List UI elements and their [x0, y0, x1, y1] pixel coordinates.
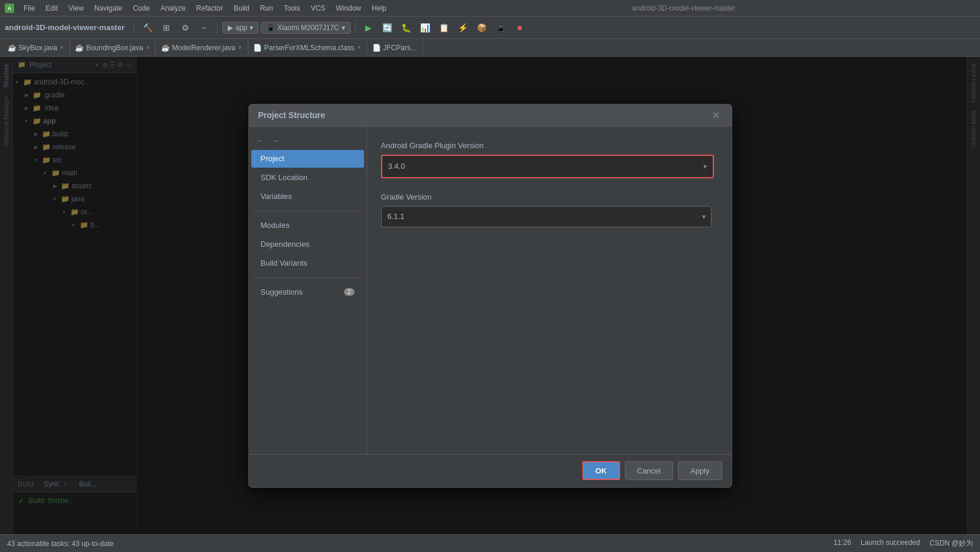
menu-analyze[interactable]: Analyze: [156, 3, 191, 14]
tab-boundingbox-close[interactable]: ×: [146, 44, 150, 51]
status-right: 11:26 Launch succeeded CSDN @妙为: [834, 538, 973, 548]
tab-skybox-label: SkyBox.java: [18, 44, 57, 52]
menu-view[interactable]: View: [64, 3, 89, 14]
dialog-sidebar: ← → Project SDK Location Variables: [249, 127, 367, 454]
run-config-selector[interactable]: ▶ app ▾: [222, 22, 258, 34]
jfcpars-file-icon: 📄: [373, 44, 380, 51]
device-label: Xiaomi M2007J17C: [277, 24, 339, 32]
tab-modelrenderer-label: ModelRenderer.java: [172, 44, 235, 52]
dialog-sidebar-variables-label: Variables: [261, 192, 292, 201]
dialog-sidebar-build-variants[interactable]: Build Variants: [251, 254, 364, 272]
ok-button[interactable]: OK: [582, 461, 620, 480]
status-time: 11:26: [834, 538, 851, 548]
dialog-forward-button[interactable]: →: [269, 134, 282, 147]
dialog-title: Project Structure: [258, 110, 710, 120]
suggestions-badge: 2: [344, 288, 355, 296]
dialog-sidebar-build-variants-label: Build Variants: [261, 259, 307, 267]
plugin-version-select-wrapper: 3.4.0 4.0.0 4.1.0 7.0.0 ▾: [381, 155, 714, 178]
menu-refactor[interactable]: Refactor: [192, 3, 228, 14]
toolbar-settings-btn[interactable]: ⚙: [177, 19, 194, 36]
rebuild-btn[interactable]: 🔄: [379, 19, 396, 36]
toolbar-separator-3: [355, 21, 356, 34]
status-message: Launch succeeded: [861, 538, 920, 548]
menu-tools[interactable]: Tools: [279, 3, 305, 14]
toolbar-hammer-btn[interactable]: 🔨: [139, 19, 156, 36]
project-structure-dialog: Project Structure ✕ ← → Project: [248, 104, 732, 488]
toolbar-layout-btn[interactable]: ⊞: [158, 19, 175, 36]
toolbar: android-3D-model-viewer-master 🔨 ⊞ ⚙ − ▶…: [0, 17, 980, 39]
dialog-sidebar-dependencies[interactable]: Dependencies: [251, 236, 364, 253]
menu-bar: A File Edit View Navigate Code Analyze R…: [0, 0, 980, 17]
project-name-label: android-3D-model-viewer-master: [5, 23, 124, 32]
apply-button[interactable]: Apply: [678, 461, 722, 480]
tab-modelrenderer[interactable]: ☕ ModelRenderer.java ×: [156, 40, 248, 56]
modelrenderer-file-icon: ☕: [162, 44, 169, 51]
tab-boundingbox[interactable]: ☕ BoundingBox.java ×: [70, 40, 156, 56]
dialog-title-bar: Project Structure ✕: [249, 104, 732, 127]
tab-jfcpars-label: JFCPars...: [383, 44, 417, 52]
dialog-back-button[interactable]: ←: [254, 134, 267, 147]
dialog-sidebar-suggestions[interactable]: Suggestions 2: [251, 283, 364, 301]
menu-help[interactable]: Help: [367, 3, 391, 14]
dialog-body: ← → Project SDK Location Variables: [249, 127, 732, 454]
dialog-sidebar-project[interactable]: Project: [251, 150, 364, 168]
gradle-version-label: Gradle Version: [381, 192, 717, 201]
apply-changes-btn[interactable]: ⚡: [455, 19, 471, 36]
run-btn[interactable]: ▶: [360, 19, 377, 36]
menu-file[interactable]: File: [19, 3, 40, 14]
tab-skybox[interactable]: ☕ SkyBox.java ×: [2, 40, 70, 56]
dialog-sidebar-modules-label: Modules: [261, 221, 290, 230]
gradle-version-select-wrapper: 6.1.1 6.5 7.0.2 7.2 ▾: [381, 206, 712, 227]
status-bar: 43 actionable tasks: 43 up-to-date 11:26…: [0, 534, 980, 552]
dialog-sidebar-sdk[interactable]: SDK Location: [251, 169, 364, 187]
menu-window[interactable]: Window: [331, 3, 366, 14]
menu-code[interactable]: Code: [128, 3, 155, 14]
tab-parserforxml[interactable]: 📄 ParserForXMLSchema.class ×: [248, 40, 368, 56]
run-config-icon: ▶: [228, 24, 233, 32]
dialog-sidebar-variables[interactable]: Variables: [251, 188, 364, 205]
parserforxml-file-icon: 📄: [254, 44, 261, 51]
menu-build[interactable]: Build: [229, 3, 254, 14]
dialog-sidebar-modules[interactable]: Modules: [251, 217, 364, 234]
dialog-close-button[interactable]: ✕: [710, 109, 722, 121]
dialog-sidebar-project-label: Project: [261, 154, 284, 163]
boundingbox-file-icon: ☕: [76, 44, 83, 51]
device-icon: 📱: [266, 24, 275, 32]
stop-btn[interactable]: ■: [512, 19, 528, 36]
sidebar-divider-2: [254, 277, 362, 278]
app-icon: A: [5, 4, 14, 13]
dialog-footer: OK Cancel Apply: [249, 454, 732, 487]
toolbar-separator-1: [134, 21, 135, 34]
tab-parserforxml-close[interactable]: ×: [357, 44, 360, 51]
menu-navigate[interactable]: Navigate: [90, 3, 127, 14]
avd-manager-btn[interactable]: 📱: [493, 19, 509, 36]
gradle-version-group: Gradle Version 6.1.1 6.5 7.0.2 7.2 ▾: [381, 192, 717, 227]
tab-jfcpars[interactable]: 📄 JFCPars...: [367, 40, 423, 56]
menu-vcs[interactable]: VCS: [306, 3, 330, 14]
coverage-btn[interactable]: 📋: [436, 19, 453, 36]
menu-edit[interactable]: Edit: [41, 3, 63, 14]
tab-skybox-close[interactable]: ×: [60, 44, 64, 51]
gradle-version-select[interactable]: 6.1.1 6.5 7.0.2 7.2: [381, 206, 712, 227]
run-config-label: app: [235, 24, 247, 32]
sdk-manager-btn[interactable]: 📦: [474, 19, 490, 36]
plugin-version-group: Android Gradle Plugin Version 3.4.0 4.0.…: [381, 141, 717, 178]
modal-overlay: Project Structure ✕ ← → Project: [0, 57, 980, 534]
profile-btn[interactable]: 📊: [417, 19, 434, 36]
tab-boundingbox-label: BoundingBox.java: [86, 44, 143, 52]
attach-debugger-btn[interactable]: 🐛: [398, 19, 415, 36]
toolbar-minus-btn[interactable]: −: [196, 19, 212, 36]
main-layout: Structure Resource Manager 📁 Project ▾ ⊕…: [0, 57, 980, 534]
dialog-sidebar-suggestions-label: Suggestions: [261, 288, 303, 296]
status-tasks-text: 43 actionable tasks: 43 up-to-date: [7, 540, 114, 548]
cancel-button[interactable]: Cancel: [625, 461, 673, 480]
dialog-sidebar-sdk-label: SDK Location: [261, 173, 308, 182]
tab-modelrenderer-close[interactable]: ×: [238, 44, 242, 51]
tabs-bar: ☕ SkyBox.java × ☕ BoundingBox.java × ☕ M…: [0, 39, 980, 57]
dialog-content: Android Gradle Plugin Version 3.4.0 4.0.…: [367, 127, 732, 454]
menu-run[interactable]: Run: [255, 3, 278, 14]
plugin-version-select[interactable]: 3.4.0 4.0.0 4.1.0 7.0.0: [382, 156, 713, 177]
tab-parserforxml-label: ParserForXMLSchema.class: [264, 44, 355, 52]
device-selector[interactable]: 📱 Xiaomi M2007J17C ▾: [261, 22, 350, 34]
toolbar-separator-2: [217, 21, 218, 34]
